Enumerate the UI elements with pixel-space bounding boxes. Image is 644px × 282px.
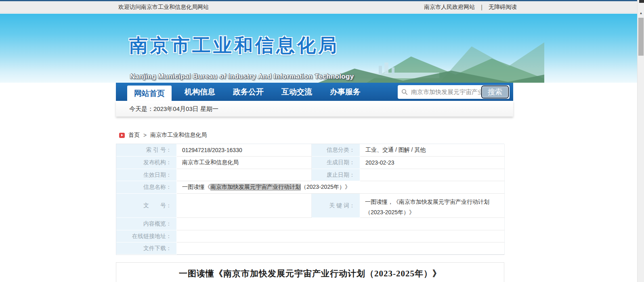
info-name-value: 一图读懂《南京市加快发展元宇宙产业行动计划（2023-2025年）》 xyxy=(177,181,505,194)
online-link-label: 在线链接地址： xyxy=(116,230,177,242)
doc-number-label: 文 号： xyxy=(116,194,177,218)
doc-number-value xyxy=(177,194,312,218)
file-download-value xyxy=(177,242,505,255)
keywords-label: 关 键 词： xyxy=(312,194,360,218)
search-input[interactable] xyxy=(411,89,481,96)
effective-date-value xyxy=(177,169,312,181)
overview-label: 内容概览： xyxy=(116,218,177,230)
breadcrumb-home-icon xyxy=(119,133,125,138)
category-label: 信息分类： xyxy=(312,144,360,157)
info-name-suffix: （2023-2025年）》 xyxy=(301,184,350,191)
topbar-divider: ｜ xyxy=(479,4,485,11)
breadcrumb-home-link[interactable]: 首页 xyxy=(128,132,140,139)
generate-date-label: 生成日期： xyxy=(312,157,360,169)
category-value: 工业、交通 / 图解 / 其他 xyxy=(360,144,505,157)
breadcrumb: 首页 > 南京市工业和信息化局 xyxy=(119,132,207,139)
breadcrumb-separator: > xyxy=(143,132,147,138)
nav-tab-home[interactable]: 网站首页 xyxy=(127,86,172,101)
search-button[interactable]: 搜索 xyxy=(482,87,508,97)
file-download-label: 文件下载： xyxy=(116,242,177,255)
nav-tabs: 网站首页 机构信息 政务公开 互动交流 办事服务 xyxy=(127,83,365,101)
generate-date-value: 2023-02-23 xyxy=(360,157,505,169)
online-link-value xyxy=(177,230,505,242)
breadcrumb-current: 南京市工业和信息化局 xyxy=(150,132,207,139)
welcome-text: 欢迎访问南京市工业和信息化局网站 xyxy=(118,4,209,11)
publisher-value: 南京市工业和信息化局 xyxy=(177,157,312,169)
main-nav: 网站首页 机构信息 政务公开 互动交流 办事服务 搜索 xyxy=(116,83,513,101)
window-corner-notch xyxy=(639,0,644,3)
effective-date-label: 生效日期： xyxy=(116,169,177,181)
info-name-label: 信息名称： xyxy=(116,181,177,194)
nav-tab-interaction[interactable]: 互动交流 xyxy=(277,83,317,101)
document-info-table: 索 引 号： 012947218/2023-16330 信息分类： 工业、交通 … xyxy=(116,144,504,255)
nav-tab-services[interactable]: 办事服务 xyxy=(325,83,365,101)
index-number-value: 012947218/2023-16330 xyxy=(177,144,312,157)
search-icon xyxy=(401,89,408,95)
search-button-focus-ring: 搜索 xyxy=(481,86,509,98)
keywords-value: 一图读懂，《南京市加快发展元宇宙产业行动计划（2023-2025年）》 xyxy=(360,194,505,218)
scrollbar-thumb[interactable] xyxy=(638,18,644,56)
topbar: 欢迎访问南京市工业和信息化局网站 南京市人民政府网站 ｜ 无障碍阅读 xyxy=(0,1,637,13)
publisher-label: 发布机构： xyxy=(116,157,177,169)
expiry-date-value xyxy=(360,169,505,181)
article-panel: 一图读懂《南京市加快发展元宇宙产业行动计划（2023-2025年）》 xyxy=(116,262,504,282)
date-bar: 今天是：2023年04月03日 星期一 xyxy=(116,101,513,117)
scroll-up-arrow-icon[interactable]: ▲ xyxy=(638,10,644,17)
gov-site-link[interactable]: 南京市人民政府网站 xyxy=(424,4,475,11)
site-subtitle: Nanjing Municipal Bureau of Industry And… xyxy=(130,73,354,81)
vertical-scrollbar[interactable]: ▲ xyxy=(637,0,644,282)
overview-value xyxy=(177,218,505,230)
index-number-label: 索 引 号： xyxy=(116,144,177,157)
page: 欢迎访问南京市工业和信息化局网站 南京市人民政府网站 ｜ 无障碍阅读 南京市工业… xyxy=(0,0,644,282)
article-title: 一图读懂《南京市加快发展元宇宙产业行动计划（2023-2025年）》 xyxy=(116,268,504,279)
nav-tab-gov-affairs[interactable]: 政务公开 xyxy=(228,83,269,101)
search-box: 搜索 xyxy=(398,85,510,99)
accessibility-link[interactable]: 无障碍阅读 xyxy=(489,4,517,11)
header-banner: 南京市工业和信息化局 Nanjing Municipal Bureau of I… xyxy=(0,14,637,83)
expiry-date-label: 废止日期： xyxy=(312,169,360,181)
site-title: 南京市工业和信息化局 xyxy=(129,33,339,58)
nav-tab-org-info[interactable]: 机构信息 xyxy=(180,83,220,101)
info-name-prefix: 一图读懂《 xyxy=(182,184,210,191)
info-name-selected-text: 南京市加快发展元宇宙产业行动计划 xyxy=(210,184,301,191)
today-date-text: 今天是：2023年04月03日 星期一 xyxy=(129,105,218,112)
